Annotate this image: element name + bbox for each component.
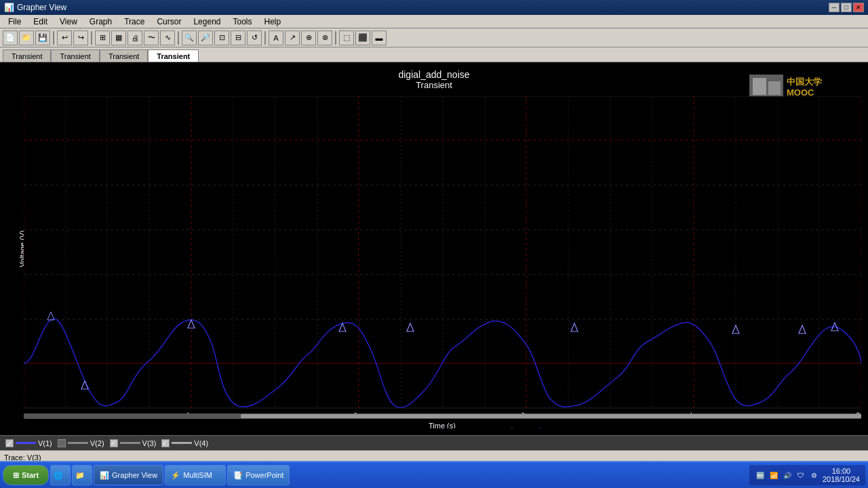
menu-edit[interactable]: Edit (28, 16, 53, 28)
redo-button[interactable]: ↪ (73, 30, 88, 45)
trace-v3-label: V(3) (142, 439, 157, 447)
open-button[interactable]: 📁 (19, 30, 34, 45)
save-button[interactable]: 💾 (35, 30, 50, 45)
close-button[interactable]: ✕ (853, 3, 864, 12)
trace-v1[interactable]: ✓ V(1) (5, 439, 52, 447)
clock-time: 16:00 (823, 467, 860, 475)
export2-button[interactable]: ⬛ (355, 30, 370, 45)
tray-icon-2[interactable]: 📶 (768, 470, 779, 481)
trace-v3[interactable]: ✓ V(3) (110, 439, 157, 447)
trace-v1-checkbox[interactable]: ✓ (5, 439, 14, 447)
chart-title-line1: digial_add_noise (398, 69, 469, 80)
taskbar-grapher[interactable]: 📊 Grapher View (94, 465, 163, 485)
clock-date: 2018/10/24 (823, 475, 860, 483)
trace-v4-checkbox[interactable]: ✓ (161, 439, 170, 447)
start-label: Start (22, 471, 39, 479)
plot-area: 6 5 4 3 2 1 0 -1 0m 1m 2m 3m 4m 5m Time … (24, 96, 861, 428)
titlebar-controls: ─ □ ✕ (829, 3, 864, 12)
svg-rect-1 (753, 78, 766, 95)
chart-container: 中国大学 MOOC digial_add_noise Transient Vol… (0, 62, 868, 435)
arrow-button[interactable]: ↗ (285, 30, 300, 45)
tab-transient-1[interactable]: Transient (3, 49, 51, 62)
toolbar-sep2 (91, 31, 92, 45)
toolbar-sep1 (53, 31, 54, 45)
ppt-icon: 📑 (233, 471, 243, 480)
app-icon: 📊 (4, 3, 14, 12)
maximize-button[interactable]: □ (841, 3, 852, 12)
trace-status: Trace: V(3) (4, 453, 41, 462)
tab-transient-3[interactable]: Transient (100, 49, 148, 62)
system-clock[interactable]: 16:00 2018/10/24 (823, 467, 860, 483)
grapher-icon: 📊 (100, 471, 109, 480)
zoom-out-button[interactable]: 🔎 (198, 30, 213, 45)
quicklaunch-ie[interactable]: 🌐 (50, 465, 71, 485)
svg-text:中国大学: 中国大学 (787, 77, 822, 87)
new-button[interactable]: 📄 (3, 30, 18, 45)
svg-rect-75 (241, 414, 861, 418)
cursor2-button[interactable]: ⊗ (317, 30, 332, 45)
tray-icon-5[interactable]: ⚙ (809, 470, 820, 481)
menu-trace[interactable]: Trace (119, 16, 150, 28)
menu-help[interactable]: Help (259, 16, 287, 28)
cursor1-button[interactable]: ⊕ (301, 30, 316, 45)
text-button[interactable]: A (269, 30, 283, 45)
toolbar-sep3 (178, 31, 179, 45)
print-button[interactable]: 🖨 (127, 30, 142, 45)
trace-v3-line (120, 442, 140, 444)
svg-rect-2 (768, 81, 781, 95)
zoom-in-button[interactable]: 🔍 (182, 30, 197, 45)
wave-button[interactable]: 〜 (144, 30, 159, 45)
menu-graph[interactable]: Graph (84, 16, 117, 28)
window-title: Grapher View (17, 3, 66, 12)
export3-button[interactable]: ▬ (372, 30, 387, 45)
tab-transient-2[interactable]: Transient (51, 49, 99, 62)
trace-bar: ✓ V(1) V(2) ✓ V(3) ✓ V(4) (0, 435, 868, 450)
taskbar-powerpoint[interactable]: 📑 PowerPoint (227, 465, 290, 485)
toolbar-sep5 (335, 31, 336, 45)
menu-file[interactable]: File (3, 16, 26, 28)
trace-v4[interactable]: ✓ V(4) (161, 439, 208, 447)
tray-icon-1[interactable]: 🔤 (755, 470, 766, 481)
minimize-button[interactable]: ─ (829, 3, 840, 12)
tabs: Transient Transient Transient Transient (0, 47, 868, 62)
trace-v4-label: V(4) (194, 439, 208, 447)
menu-legend[interactable]: Legend (188, 16, 226, 28)
svg-text:Time (s): Time (s) (429, 422, 456, 428)
start-button[interactable]: ⊞ Start (3, 465, 49, 485)
ppt-label: PowerPoint (245, 471, 283, 479)
menu-view[interactable]: View (54, 16, 83, 28)
grapher-label: Grapher View (112, 471, 157, 479)
chart-title-line2: Transient (398, 80, 469, 90)
start-icon: ⊞ (13, 471, 19, 480)
systray: 🔤 📶 🔊 🛡 ⚙ 16:00 2018/10/24 (749, 465, 865, 485)
toolbar-sep4 (264, 31, 266, 45)
chart-title: digial_add_noise Transient (398, 69, 469, 90)
toolbar: 📄 📁 💾 ↩ ↪ ⊞ ▦ 🖨 〜 ∿ 🔍 🔎 ⊡ ⊟ ↺ A ↗ ⊕ ⊗ ⬚ … (0, 28, 868, 47)
grid-button[interactable]: ⊞ (95, 30, 110, 45)
grid2-button[interactable]: ▦ (111, 30, 126, 45)
menubar: File Edit View Graph Trace Cursor Legend… (0, 15, 868, 28)
export1-button[interactable]: ⬚ (339, 30, 354, 45)
zoom-fit-button[interactable]: ⊡ (214, 30, 229, 45)
tray-icon-4[interactable]: 🛡 (795, 470, 806, 481)
titlebar: 📊 Grapher View ─ □ ✕ (0, 0, 868, 15)
zoom-area-button[interactable]: ⊟ (231, 30, 245, 45)
tab-transient-4[interactable]: Transient (148, 49, 199, 62)
quicklaunch-folder[interactable]: 📁 (72, 465, 92, 485)
trace-v2-label: V(2) (90, 439, 104, 447)
trace-v2-line (68, 442, 88, 444)
trace-v2-box (58, 439, 66, 447)
multisim-icon: ⚡ (171, 471, 180, 480)
menu-tools[interactable]: Tools (227, 16, 257, 28)
undo-button[interactable]: ↩ (57, 30, 72, 45)
trace-v1-label: V(1) (38, 439, 52, 447)
taskbar-multisim[interactable]: ⚡ MultiSIM (165, 465, 226, 485)
tray-icon-3[interactable]: 🔊 (782, 470, 793, 481)
refresh-button[interactable]: ↺ (247, 30, 262, 45)
trace-v3-checkbox[interactable]: ✓ (110, 439, 118, 447)
menu-cursor[interactable]: Cursor (151, 16, 186, 28)
trace-v4-line (172, 442, 192, 444)
dotwave-button[interactable]: ∿ (160, 30, 175, 45)
trace-v2[interactable]: V(2) (58, 439, 104, 447)
taskbar: ⊞ Start 🌐 📁 📊 Grapher View ⚡ MultiSIM 📑 … (0, 461, 868, 488)
